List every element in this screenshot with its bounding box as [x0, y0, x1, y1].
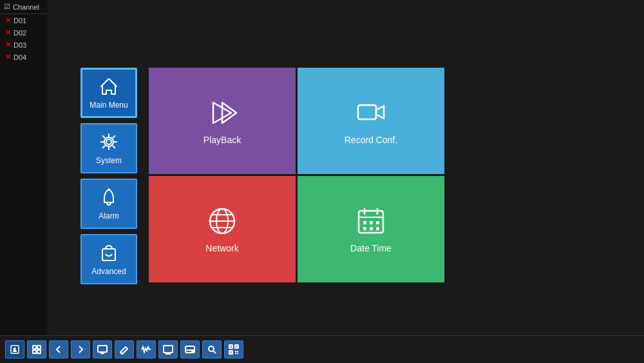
- svg-point-0: [106, 139, 111, 144]
- search-icon: [207, 344, 217, 355]
- taskbar-btn-back[interactable]: [49, 340, 68, 358]
- calendar-icon: [355, 206, 386, 237]
- channel-status-d03: ✕: [5, 41, 11, 49]
- nav-btn-main-menu[interactable]: Main Menu: [80, 68, 137, 118]
- svg-rect-18: [376, 221, 379, 224]
- taskbar-btn-display[interactable]: [158, 340, 178, 358]
- nav-label-system: System: [96, 156, 122, 165]
- svg-rect-28: [98, 346, 107, 352]
- svg-rect-42: [236, 346, 238, 348]
- svg-rect-25: [37, 346, 41, 349]
- globe-icon: [207, 206, 238, 237]
- taskbar-btn-search[interactable]: [202, 340, 222, 358]
- taskbar: 1: [0, 335, 644, 363]
- svg-rect-44: [231, 352, 232, 353]
- bell-icon: [99, 187, 119, 208]
- channel-item-d02[interactable]: ✕ D02: [0, 26, 48, 39]
- nav-btn-alarm[interactable]: Alarm: [80, 179, 137, 229]
- channel-item-d04[interactable]: ✕ D04: [0, 51, 48, 63]
- svg-rect-45: [235, 351, 236, 352]
- channel-item-d03[interactable]: ✕ D03: [0, 39, 48, 51]
- channel-label-d03: D03: [14, 41, 26, 49]
- svg-rect-19: [363, 227, 366, 230]
- svg-rect-24: [33, 346, 36, 349]
- channel-label-d01: D01: [14, 17, 26, 25]
- tile-network[interactable]: Network: [149, 176, 296, 282]
- screen-icon: [163, 344, 173, 355]
- menu-container: Main Menu System Alarm: [80, 68, 444, 284]
- svg-rect-3: [102, 249, 115, 260]
- nav-label-alarm: Alarm: [99, 211, 118, 221]
- channel-status-d04: ✕: [5, 53, 11, 61]
- tile-datetime[interactable]: Date Time: [298, 176, 444, 282]
- svg-line-38: [214, 351, 216, 354]
- tile-network-label: Network: [205, 243, 238, 253]
- svg-point-37: [209, 346, 214, 351]
- svg-rect-32: [164, 346, 173, 353]
- nav-btn-system[interactable]: System: [80, 123, 137, 173]
- channel-status-d01: ✕: [5, 16, 11, 25]
- taskbar-btn-1[interactable]: 1: [5, 340, 24, 358]
- svg-text:1: 1: [14, 347, 17, 353]
- nav-btn-advanced[interactable]: Advanced: [80, 234, 137, 284]
- taskbar-btn-qr[interactable]: [224, 340, 243, 358]
- layout-1-icon: 1: [10, 344, 20, 355]
- svg-rect-20: [370, 227, 373, 230]
- shopping-bag-icon: [99, 242, 119, 263]
- tile-playback-label: PlayBack: [204, 135, 241, 145]
- svg-rect-16: [363, 221, 366, 224]
- monitor-icon: [97, 344, 108, 355]
- channel-header: ☑ Channel: [0, 0, 48, 14]
- taskbar-btn-monitor[interactable]: [93, 340, 112, 358]
- tile-datetime-label: Date Time: [350, 243, 392, 253]
- nav-label-advanced: Advanced: [91, 267, 126, 276]
- svg-marker-5: [222, 103, 236, 123]
- svg-rect-21: [376, 227, 379, 230]
- svg-rect-40: [231, 346, 232, 348]
- svg-rect-47: [235, 353, 236, 354]
- tile-grid: PlayBack Record Conf. Network: [149, 68, 444, 284]
- channel-label-d04: D04: [14, 54, 26, 61]
- taskbar-btn-pencil[interactable]: [115, 340, 134, 358]
- gear-icon: [99, 132, 119, 152]
- channel-label-d02: D02: [14, 29, 26, 37]
- tile-record-conf[interactable]: Record Conf.: [298, 68, 444, 174]
- sidebar: ☑ Channel ✕ D01 ✕ D02 ✕ D03 ✕ D04: [0, 0, 48, 335]
- layout-4-icon: [32, 344, 42, 355]
- nav-label-main-menu: Main Menu: [90, 101, 128, 110]
- svg-rect-26: [33, 350, 36, 353]
- pencil-icon: [119, 344, 129, 355]
- tile-record-conf-label: Record Conf.: [345, 135, 397, 145]
- arrow-right-icon: [75, 344, 86, 355]
- channel-item-d01[interactable]: ✕ D01: [0, 14, 48, 26]
- taskbar-btn-hdd[interactable]: [180, 340, 200, 358]
- home-icon: [99, 76, 119, 97]
- taskbar-btn-4[interactable]: [27, 340, 46, 358]
- waveform-icon: [141, 344, 151, 355]
- nav-buttons: Main Menu System Alarm: [80, 68, 137, 284]
- hdd-icon: [185, 344, 195, 355]
- svg-rect-48: [237, 353, 238, 354]
- channel-status-d02: ✕: [5, 28, 11, 37]
- taskbar-btn-chart[interactable]: [137, 340, 156, 358]
- svg-rect-6: [358, 105, 376, 119]
- svg-rect-46: [237, 351, 238, 352]
- channel-checkbox-icon[interactable]: ☑: [4, 3, 10, 11]
- svg-rect-17: [370, 221, 373, 224]
- tile-playback[interactable]: PlayBack: [149, 68, 296, 174]
- svg-point-36: [192, 351, 193, 353]
- arrow-left-icon: [53, 344, 64, 355]
- svg-rect-27: [37, 350, 41, 353]
- camera-icon: [355, 97, 386, 128]
- play-icon: [207, 97, 238, 128]
- qr-icon: [229, 344, 239, 355]
- channel-header-label: Channel: [13, 3, 39, 11]
- taskbar-btn-forward[interactable]: [71, 340, 90, 358]
